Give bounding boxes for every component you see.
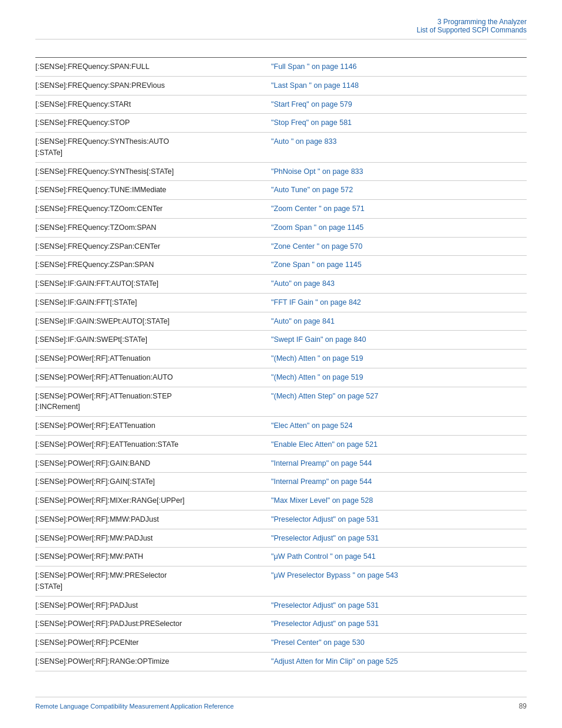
link-cell[interactable]: "(Mech) Atten Step" on page 527: [271, 391, 527, 402]
command-cell: [:SENSe]:POWer[:RF]:EATTenuation:STATe: [35, 439, 271, 450]
link-cell[interactable]: "Zone Span " on page 1145: [271, 259, 527, 271]
link-cell[interactable]: "Preselector Adjust" on page 531: [271, 514, 527, 525]
link-cell[interactable]: "PhNoise Opt " on page 833: [271, 166, 527, 177]
link-cell[interactable]: "Zoom Span " on page 1145: [271, 222, 527, 233]
command-cell: [:SENSe]:FREQuency:SYNThesis[:STATe]: [35, 166, 271, 177]
command-cell: [:SENSe]:POWer[:RF]:PCENter: [35, 637, 271, 648]
command-cell: [:SENSe]:IF:GAIN:FFT[:STATe]: [35, 297, 271, 308]
command-cell: [:SENSe]:POWer[:RF]:GAIN[:STATe]: [35, 476, 271, 487]
command-cell: [:SENSe]:IF:GAIN:FFT:AUTO[:STATe]: [35, 278, 271, 289]
table-row: [:SENSe]:IF:GAIN:FFT:AUTO[:STATe]"Auto" …: [35, 275, 527, 294]
link-cell[interactable]: "Internal Preamp" on page 544: [271, 458, 527, 469]
link-cell[interactable]: "Presel Center" on page 530: [271, 637, 527, 648]
command-cell: [:SENSe]:FREQuency:STARt: [35, 99, 271, 110]
link-cell[interactable]: "Last Span " on page 1148: [271, 80, 527, 91]
table-row: [:SENSe]:FREQuency:STOP"Stop Freq" on pa…: [35, 114, 527, 133]
table-row: [:SENSe]:FREQuency:SPAN:FULL"Full Span "…: [35, 58, 527, 77]
command-cell: [:SENSe]:FREQuency:ZSPan:SPAN: [35, 259, 271, 271]
command-cell: [:SENSe]:FREQuency:SPAN:FULL: [35, 61, 271, 73]
link-cell[interactable]: "Max Mixer Level" on page 528: [271, 495, 527, 506]
page-number: 89: [519, 702, 527, 710]
link-cell[interactable]: "Swept IF Gain" on page 840: [271, 334, 527, 345]
table-row: [:SENSe]:POWer[:RF]:MW:PADJust"Preselect…: [35, 529, 527, 548]
command-cell: [:SENSe]:FREQuency:SPAN:PREVious: [35, 80, 271, 91]
table-row: [:SENSe]:FREQuency:TZOom:SPAN"Zoom Span …: [35, 219, 527, 238]
link-cell[interactable]: "Auto" on page 841: [271, 316, 527, 327]
link-cell[interactable]: "Zoom Center " on page 571: [271, 203, 527, 215]
link-cell[interactable]: "FFT IF Gain " on page 842: [271, 297, 527, 308]
command-cell: [:SENSe]:POWer[:RF]:MMW:PADJust: [35, 514, 271, 525]
link-cell[interactable]: "Internal Preamp" on page 544: [271, 476, 527, 487]
link-cell[interactable]: "Preselector Adjust" on page 531: [271, 600, 527, 611]
table-row: [:SENSe]:POWer[:RF]:GAIN[:STATe]"Interna…: [35, 473, 527, 492]
table-row: [:SENSe]:IF:GAIN:SWEPt[:STATe]"Swept IF …: [35, 331, 527, 350]
command-cell: [:SENSe]:POWer[:RF]:MW:PRESelector [:STA…: [35, 570, 271, 592]
header-line1: 3 Programming the Analyzer: [35, 18, 527, 26]
command-cell: [:SENSe]:POWer[:RF]:GAIN:BAND: [35, 458, 271, 469]
link-cell[interactable]: "Full Span " on page 1146: [271, 61, 527, 73]
table-row: [:SENSe]:POWer[:RF]:PADJust:PRESelector"…: [35, 615, 527, 634]
command-cell: [:SENSe]:FREQuency:TZOom:CENTer: [35, 203, 271, 215]
table-row: [:SENSe]:IF:GAIN:SWEPt:AUTO[:STATe]"Auto…: [35, 312, 527, 331]
page-footer: Remote Language Compatibility Measuremen…: [35, 697, 527, 710]
command-cell: [:SENSe]:IF:GAIN:SWEPt[:STATe]: [35, 334, 271, 345]
table-row: [:SENSe]:POWer[:RF]:PCENter"Presel Cente…: [35, 634, 527, 653]
link-cell[interactable]: "Stop Freq" on page 581: [271, 117, 527, 129]
table-row: [:SENSe]:FREQuency:TUNE:IMMediate"Auto T…: [35, 181, 527, 200]
table-row: [:SENSe]:POWer[:RF]:PADJust"Preselector …: [35, 597, 527, 615]
command-cell: [:SENSe]:POWer[:RF]:MIXer:RANGe[:UPPer]: [35, 495, 271, 506]
command-cell: [:SENSe]:POWer[:RF]:PADJust:PRESelector: [35, 618, 271, 630]
table-row: [:SENSe]:FREQuency:ZSPan:CENTer"Zone Cen…: [35, 238, 527, 256]
link-cell[interactable]: "Auto Tune" on page 572: [271, 185, 527, 196]
command-cell: [:SENSe]:POWer[:RF]:EATTenuation: [35, 420, 271, 431]
command-cell: [:SENSe]:FREQuency:ZSPan:CENTer: [35, 241, 271, 252]
link-cell[interactable]: "Adjust Atten for Min Clip" on page 525: [271, 656, 527, 667]
table-row: [:SENSe]:POWer[:RF]:ATTenuation:STEP [:I…: [35, 387, 527, 417]
command-cell: [:SENSe]:FREQuency:TUNE:IMMediate: [35, 185, 271, 196]
command-cell: [:SENSe]:IF:GAIN:SWEPt:AUTO[:STATe]: [35, 316, 271, 327]
command-cell: [:SENSe]:POWer[:RF]:ATTenuation:STEP [:I…: [35, 391, 271, 413]
link-cell[interactable]: "Zone Center " on page 570: [271, 241, 527, 252]
page-header: 3 Programming the Analyzer List of Suppo…: [35, 18, 527, 39]
command-cell: [:SENSe]:FREQuency:SYNThesis:AUTO [:STAT…: [35, 136, 271, 159]
command-cell: [:SENSe]:FREQuency:STOP: [35, 117, 271, 129]
table-row: [:SENSe]:POWer[:RF]:MW:PRESelector [:STA…: [35, 566, 527, 597]
table-row: [:SENSe]:FREQuency:SPAN:PREVious"Last Sp…: [35, 77, 527, 95]
link-cell[interactable]: "Preselector Adjust" on page 531: [271, 618, 527, 630]
table-row: [:SENSe]:FREQuency:STARt"Start Freq" on …: [35, 95, 527, 114]
link-cell[interactable]: "Enable Elec Atten" on page 521: [271, 439, 527, 450]
table-row: [:SENSe]:POWer[:RF]:ATTenuation:AUTO"(Me…: [35, 368, 527, 387]
link-cell[interactable]: "Auto" on page 843: [271, 278, 527, 289]
command-cell: [:SENSe]:POWer[:RF]:MW:PATH: [35, 551, 271, 562]
table-row: [:SENSe]:IF:GAIN:FFT[:STATe]"FFT IF Gain…: [35, 294, 527, 312]
footer-title: Remote Language Compatibility Measuremen…: [35, 703, 234, 710]
link-cell[interactable]: "μW Preselector Bypass " on page 543: [271, 570, 527, 581]
link-cell[interactable]: "(Mech) Atten " on page 519: [271, 372, 527, 383]
scpi-table: [:SENSe]:FREQuency:SPAN:FULL"Full Span "…: [35, 57, 527, 671]
table-row: [:SENSe]:POWer[:RF]:EATTenuation:STATe"E…: [35, 436, 527, 454]
command-cell: [:SENSe]:POWer[:RF]:RANGe:OPTimize: [35, 656, 271, 667]
table-row: [:SENSe]:FREQuency:TZOom:CENTer"Zoom Cen…: [35, 200, 527, 219]
link-cell[interactable]: "Preselector Adjust" on page 531: [271, 533, 527, 544]
table-row: [:SENSe]:FREQuency:SYNThesis[:STATe]"PhN…: [35, 163, 527, 182]
link-cell[interactable]: "Elec Atten" on page 524: [271, 420, 527, 431]
table-row: [:SENSe]:POWer[:RF]:MIXer:RANGe[:UPPer]"…: [35, 492, 527, 510]
link-cell[interactable]: "Auto " on page 833: [271, 136, 527, 147]
table-row: [:SENSe]:POWer[:RF]:ATTenuation"(Mech) A…: [35, 350, 527, 368]
command-cell: [:SENSe]:POWer[:RF]:ATTenuation: [35, 353, 271, 364]
table-row: [:SENSe]:POWer[:RF]:MW:PATH"μW Path Cont…: [35, 548, 527, 566]
command-cell: [:SENSe]:POWer[:RF]:ATTenuation:AUTO: [35, 372, 271, 383]
table-row: [:SENSe]:FREQuency:ZSPan:SPAN"Zone Span …: [35, 256, 527, 275]
link-cell[interactable]: "(Mech) Atten " on page 519: [271, 353, 527, 364]
link-cell[interactable]: "μW Path Control " on page 541: [271, 551, 527, 562]
table-row: [:SENSe]:POWer[:RF]:GAIN:BAND"Internal P…: [35, 454, 527, 473]
table-row: [:SENSe]:POWer[:RF]:MMW:PADJust"Preselec…: [35, 510, 527, 529]
table-row: [:SENSe]:POWer[:RF]:RANGe:OPTimize"Adjus…: [35, 653, 527, 671]
command-cell: [:SENSe]:POWer[:RF]:MW:PADJust: [35, 533, 271, 544]
link-cell[interactable]: "Start Freq" on page 579: [271, 99, 527, 110]
command-cell: [:SENSe]:POWer[:RF]:PADJust: [35, 600, 271, 611]
table-row: [:SENSe]:POWer[:RF]:EATTenuation"Elec At…: [35, 417, 527, 436]
command-cell: [:SENSe]:FREQuency:TZOom:SPAN: [35, 222, 271, 233]
header-line2: List of Supported SCPI Commands: [35, 26, 527, 34]
table-row: [:SENSe]:FREQuency:SYNThesis:AUTO [:STAT…: [35, 133, 527, 163]
